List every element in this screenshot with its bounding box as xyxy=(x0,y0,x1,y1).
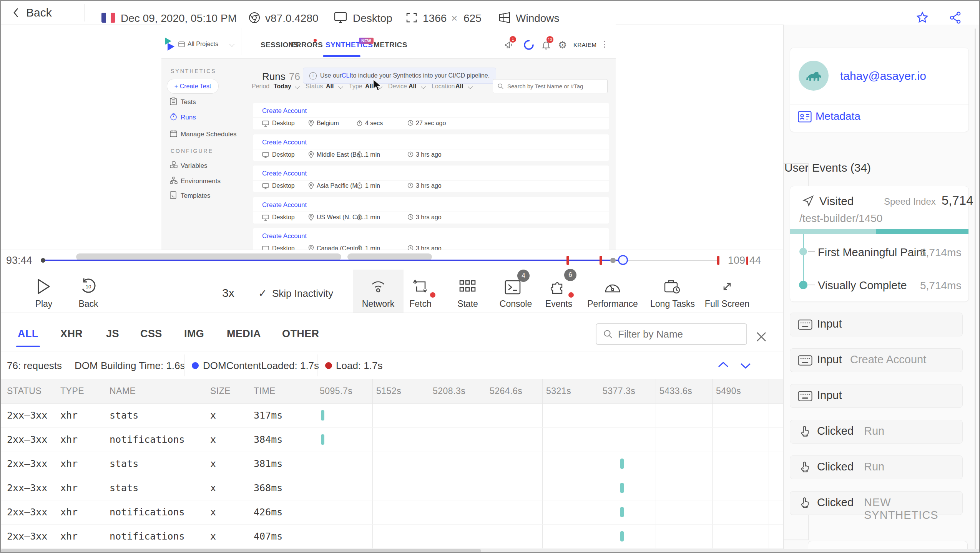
location-pin-icon xyxy=(308,214,314,221)
tab-all[interactable]: ALL xyxy=(18,328,38,340)
event-label: Input xyxy=(817,318,842,330)
skip-inactivity-check-icon[interactable]: ✓ xyxy=(258,287,267,300)
fetch-label: Fetch xyxy=(409,299,432,309)
col-time[interactable]: TIME xyxy=(254,379,276,403)
filter-box[interactable] xyxy=(596,323,747,345)
event-marker-red[interactable] xyxy=(600,256,602,265)
play-icon[interactable] xyxy=(36,278,51,295)
cli-link[interactable]: CLI xyxy=(342,72,351,79)
test-search-input[interactable] xyxy=(507,83,604,90)
col-size[interactable]: SIZE xyxy=(210,379,231,403)
sidebar-item-templates[interactable]: Templates xyxy=(181,192,210,200)
hand-pointer-icon xyxy=(799,461,811,474)
run-name-link[interactable]: Create Account xyxy=(262,170,307,177)
timeline-remaining[interactable] xyxy=(623,260,719,261)
run-name-link[interactable]: Create Account xyxy=(262,201,307,209)
visited-event-card[interactable]: Visited Speed Index 5,714 /test-builder/… xyxy=(790,186,969,302)
playhead[interactable] xyxy=(618,255,628,265)
sidebar-item-tests[interactable]: Tests xyxy=(181,98,196,106)
share-icon[interactable] xyxy=(948,11,962,25)
col-type[interactable]: TYPE xyxy=(60,379,84,403)
tab-other[interactable]: OTHER xyxy=(282,328,319,340)
back-10-icon[interactable]: 10 xyxy=(80,278,97,295)
speed-button[interactable]: 3x xyxy=(222,286,234,300)
network-row[interactable]: 2xx–3xxxhrstatsx317ms xyxy=(1,403,783,428)
run-card[interactable]: Create Account Desktop Asia Pacific (M..… xyxy=(253,166,609,192)
back-button[interactable]: Back xyxy=(12,6,52,19)
network-row[interactable]: 2xx–3xxxhrnotificationsx407ms xyxy=(1,524,783,549)
sidebar-section-configure: CONFIGURE xyxy=(171,148,213,154)
run-name-link[interactable]: Create Account xyxy=(262,139,307,146)
timeline-progress[interactable] xyxy=(42,260,623,261)
tab-metrics[interactable]: METRICS xyxy=(374,41,407,49)
event-detail: Run xyxy=(864,460,884,473)
console-icon[interactable] xyxy=(505,280,521,295)
sidebar-item-variables[interactable]: Variables xyxy=(181,162,208,170)
run-name-link[interactable]: Create Account xyxy=(262,232,307,240)
chevron-up-icon[interactable] xyxy=(716,359,730,371)
event-item-input[interactable]: Input Create Account xyxy=(790,348,963,372)
event-item-click[interactable]: Clicked Run xyxy=(790,420,963,444)
run-card[interactable]: Create Account Desktop US West (N. Cal..… xyxy=(253,197,609,224)
chevron-down-icon[interactable] xyxy=(739,360,752,371)
full-screen-icon[interactable] xyxy=(719,279,735,294)
run-card[interactable]: Create Account Desktop Belgium 4 secs 27… xyxy=(253,103,609,129)
tab-js[interactable]: JS xyxy=(106,328,119,340)
network-row[interactable]: 2xx–3xxxhrstatsx368ms xyxy=(1,476,783,500)
performance-gauge-icon[interactable] xyxy=(604,279,621,294)
sidebar-scrollbar[interactable] xyxy=(975,28,976,549)
project-selector[interactable]: All Projects xyxy=(188,41,218,48)
event-marker-red[interactable] xyxy=(566,256,569,265)
tab-media[interactable]: MEDIA xyxy=(227,328,261,340)
tab-xhr[interactable]: XHR xyxy=(60,328,83,340)
state-icon[interactable] xyxy=(459,280,476,293)
run-device: Desktop xyxy=(272,182,295,189)
metadata-link[interactable]: Metadata xyxy=(816,110,860,123)
skip-inactivity-label[interactable]: Skip Inactivity xyxy=(272,288,333,300)
event-item-click[interactable]: Clicked NEW SYNTHETICS xyxy=(790,491,963,515)
run-card[interactable]: Create Account Desktop Canada (Central..… xyxy=(253,228,609,250)
fetch-icon[interactable] xyxy=(412,279,429,294)
tab-css[interactable]: CSS xyxy=(140,328,162,340)
environments-icon xyxy=(170,177,178,184)
event-marker-red[interactable] xyxy=(717,256,719,265)
user-menu[interactable]: KRAIEM xyxy=(573,41,597,48)
user-email[interactable]: tahay@asayer.io xyxy=(840,70,926,83)
close-icon[interactable] xyxy=(755,330,768,343)
filter-device-value[interactable]: All xyxy=(409,83,416,90)
horizontal-scrollbar-thumb[interactable] xyxy=(1,549,481,553)
sidebar-item-runs[interactable]: Runs xyxy=(181,114,196,121)
filter-status-value[interactable]: All xyxy=(326,83,334,90)
sidebar-item-environments[interactable]: Environments xyxy=(181,177,221,185)
sidebar-item-manage-schedules[interactable]: Manage Schedules xyxy=(181,131,237,138)
tab-errors[interactable]: ERRORS xyxy=(291,41,323,49)
network-row[interactable]: 2xx–3xxxhrnotificationsx426ms xyxy=(1,500,783,525)
kebab-menu-icon[interactable]: ⋮ xyxy=(600,39,609,49)
create-test-button[interactable]: + Create Test xyxy=(167,79,219,94)
horizontal-scrollbar-track[interactable] xyxy=(1,549,979,553)
events-puzzle-icon[interactable] xyxy=(550,280,567,295)
filter-location-value[interactable]: All xyxy=(455,83,463,90)
network-row[interactable]: 2xx–3xxxhrstatsx381ms xyxy=(1,452,783,476)
filter-input[interactable] xyxy=(617,328,742,341)
test-search-box[interactable] xyxy=(493,79,608,93)
event-marker-gray[interactable] xyxy=(610,258,616,263)
player-timeline[interactable]: 93:44 109 44 xyxy=(1,250,783,270)
country-flag-icon xyxy=(101,13,115,23)
network-row[interactable]: 2xx–3xxxhrnotificationsx384ms xyxy=(1,427,783,452)
run-name-link[interactable]: Create Account xyxy=(262,107,307,115)
run-ago: 3 hrs ago xyxy=(416,151,442,158)
tab-img[interactable]: IMG xyxy=(184,328,204,340)
run-card[interactable]: Create Account Desktop Middle East (Ba..… xyxy=(253,134,609,161)
event-item-click[interactable]: Clicked Run xyxy=(790,455,963,479)
col-status[interactable]: STATUS xyxy=(7,379,42,403)
col-name[interactable]: NAME xyxy=(110,379,136,403)
filter-period-value[interactable]: Today xyxy=(274,83,291,90)
filter-type-value[interactable]: All xyxy=(365,83,373,90)
gear-icon[interactable]: ⚙ xyxy=(558,39,567,51)
long-tasks-icon[interactable] xyxy=(664,279,681,294)
event-item-input[interactable]: Input xyxy=(790,313,963,336)
favorite-star-icon[interactable] xyxy=(915,11,929,25)
event-item-input[interactable]: Input xyxy=(790,384,963,408)
stopwatch-icon xyxy=(357,214,362,220)
